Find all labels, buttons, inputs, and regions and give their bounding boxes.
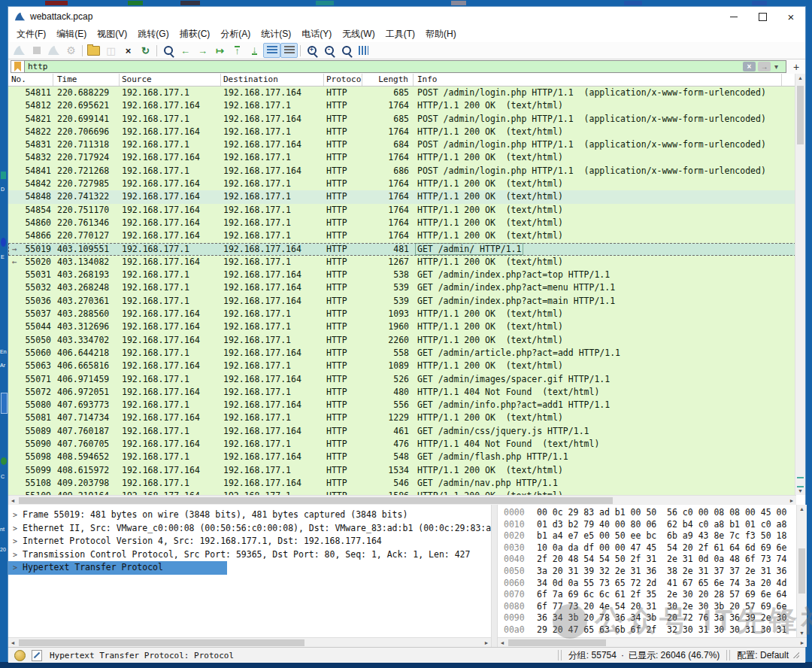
detail-line[interactable]: >Frame 55019: 481 bytes on wire (3848 bi… — [8, 509, 491, 522]
packet-row-54860[interactable]: 54860220.761346192.168.177.164192.168.17… — [8, 217, 796, 229]
hex-row[interactable]: 00706f 7a 69 6c 6c 61 2f 35 2e 30 20 28 … — [504, 589, 796, 601]
hex-row[interactable]: 009036 34 3b 20 78 36 34 3b 20 72 76 3a … — [504, 612, 796, 624]
hex-row[interactable]: 003010 0a da df 00 00 47 45 54 20 2f 61 … — [504, 542, 796, 554]
hex-bytes[interactable]: 01 d3 b2 79 40 00 80 06 62 b4 c0 a8 b1 0… — [537, 519, 786, 530]
hex-row[interactable]: 0020b1 a4 e7 e5 00 50 ee bc 6b a9 43 8e … — [504, 530, 796, 542]
expert-info-icon[interactable] — [14, 650, 26, 661]
filter-clear-button[interactable]: × — [743, 62, 756, 71]
hex-horizontal-scrollbar[interactable]: ◄ ► — [498, 637, 807, 647]
menu-item[interactable]: 视图(V) — [92, 26, 132, 42]
packet-row-55090[interactable]: 55090407.760705192.168.177.164192.168.17… — [8, 438, 796, 451]
packet-row-54822[interactable]: 54822220.706696192.168.177.164192.168.17… — [8, 126, 796, 138]
menu-item[interactable]: 捕获(C) — [174, 26, 216, 42]
packet-row-54812[interactable]: 54812220.695621192.168.177.164192.168.17… — [8, 99, 796, 112]
resize-columns-button[interactable] — [355, 43, 372, 58]
expand-arrow-icon[interactable]: > — [13, 511, 17, 519]
filter-apply-button[interactable]: → — [758, 62, 771, 71]
detail-line[interactable]: >Internet Protocol Version 4, Src: 192.1… — [8, 535, 491, 548]
hex-bytes[interactable]: 6f 77 73 20 4e 54 20 31 30 2e 30 3b 20 5… — [537, 601, 786, 612]
hex-row[interactable]: 00503a 20 31 39 32 2e 31 36 38 2e 31 37 … — [504, 566, 796, 578]
packet-row-55060[interactable]: 55060406.644218192.168.177.1192.168.177.… — [8, 347, 796, 360]
close-button[interactable]: × — [777, 7, 805, 26]
capture-options-button[interactable]: ⚙ — [62, 43, 80, 58]
zoom-in-button[interactable]: + — [303, 43, 320, 58]
menu-item[interactable]: 工具(T) — [380, 26, 420, 42]
packet-row-55031[interactable]: 55031403.268193192.168.177.1192.168.177.… — [8, 269, 796, 281]
menu-item[interactable]: 跳转(G) — [132, 26, 174, 42]
auto-scroll-button[interactable] — [263, 43, 280, 58]
start-capture-button[interactable] — [11, 43, 28, 58]
pane-divider[interactable] — [491, 505, 498, 647]
colorize-packets-button[interactable] — [280, 43, 298, 58]
packet-list[interactable]: 54811220.688229192.168.177.1192.168.177.… — [8, 87, 796, 495]
hex-bytes[interactable]: b1 a4 e7 e5 00 50 ee bc 6b a9 43 8e 7c f… — [537, 530, 786, 541]
expand-arrow-icon[interactable]: > — [13, 551, 17, 559]
packet-row-55080[interactable]: 55080407.693773192.168.177.1192.168.177.… — [8, 399, 796, 411]
packet-row-55071[interactable]: 55071406.971459192.168.177.1192.168.177.… — [8, 373, 796, 386]
hex-row[interactable]: 001001 d3 b2 79 40 00 80 06 62 b4 c0 a8 … — [504, 519, 796, 531]
packet-row-55036[interactable]: 55036403.270361192.168.177.1192.168.177.… — [8, 295, 796, 308]
hex-row[interactable]: 00402f 20 48 54 54 50 2f 31 2e 31 0d 0a … — [504, 554, 796, 566]
details-horizontal-scrollbar[interactable]: ◄ ► — [8, 637, 491, 647]
go-first-packet-button[interactable]: ↑ — [229, 43, 246, 58]
column-header-source[interactable]: Source — [120, 74, 221, 86]
packet-row-55099[interactable]: 55099408.615972192.168.177.164192.168.17… — [8, 464, 796, 477]
packet-row-55089[interactable]: 55089407.760187192.168.177.1192.168.177.… — [8, 425, 796, 438]
expand-arrow-icon[interactable]: > — [13, 537, 17, 545]
go-last-packet-button[interactable]: ↓ — [246, 43, 263, 58]
stop-capture-button[interactable] — [28, 43, 45, 58]
packet-list-vertical-scrollbar[interactable]: ▲ ▼ — [795, 74, 805, 495]
packet-row-55063[interactable]: 55063406.665816192.168.177.164192.168.17… — [8, 360, 796, 372]
reload-file-button[interactable]: ↻ — [137, 43, 154, 58]
expand-arrow-icon[interactable]: > — [13, 563, 17, 572]
hex-dump-pane[interactable]: 000000 0c 29 83 ad b1 00 50 56 c0 00 08 … — [498, 505, 796, 637]
hex-bytes[interactable]: 6f 7a 69 6c 6c 61 2f 35 2e 30 20 28 57 6… — [537, 589, 786, 600]
packet-row-55109[interactable]: 55109409.219164192.168.177.164192.168.17… — [8, 490, 796, 495]
minimize-button[interactable] — [720, 7, 748, 26]
menu-item[interactable]: 电话(Y) — [296, 26, 337, 42]
detail-line[interactable]: >Transmission Control Protocol, Src Port… — [8, 548, 491, 562]
title-bar[interactable]: webattack.pcap × — [8, 7, 805, 26]
zoom-reset-button[interactable] — [338, 43, 355, 58]
menu-item[interactable]: 统计(S) — [256, 26, 296, 42]
hex-row[interactable]: 006034 0d 0a 55 73 65 72 2d 41 67 65 6e … — [504, 578, 796, 590]
hex-vertical-scrollbar[interactable]: ▲ ▼ — [796, 505, 807, 637]
filter-bookmark-button[interactable] — [11, 60, 24, 73]
packet-row-55072[interactable]: 55072406.972051192.168.177.164192.168.17… — [8, 386, 796, 399]
hex-row[interactable]: 00806f 77 73 20 4e 54 20 31 30 2e 30 3b … — [504, 601, 796, 613]
packet-row-55020[interactable]: ←55020403.134082192.168.177.164192.168.1… — [8, 256, 796, 269]
packet-row-55098[interactable]: 55098408.594652192.168.177.1192.168.177.… — [8, 451, 796, 463]
packet-row-55037[interactable]: 55037403.288560192.168.177.164192.168.17… — [8, 308, 796, 320]
menu-item[interactable]: 文件(F) — [11, 26, 51, 42]
packet-row-54831[interactable]: 54831220.711318192.168.177.1192.168.177.… — [8, 138, 796, 151]
hex-bytes[interactable]: 3a 20 31 39 32 2e 31 36 38 2e 31 37 37 2… — [537, 566, 786, 576]
hex-bytes[interactable]: 10 0a da df 00 00 47 45 54 20 2f 61 64 6… — [537, 542, 786, 553]
packet-row-54832[interactable]: 54832220.717924192.168.177.164192.168.17… — [8, 151, 796, 164]
packet-row-54842[interactable]: 54842220.727985192.168.177.164192.168.17… — [8, 178, 796, 190]
column-header-length[interactable]: Length — [362, 74, 414, 86]
packet-row-54841[interactable]: 54841220.721268192.168.177.1192.168.177.… — [8, 165, 796, 178]
column-header-time[interactable]: Time — [53, 74, 120, 86]
maximize-button[interactable] — [748, 7, 777, 26]
column-header-info[interactable]: Info — [414, 74, 782, 86]
restart-capture-button[interactable] — [45, 43, 62, 58]
hex-bytes[interactable]: 29 20 47 65 63 6b 6f 2f 32 30 31 30 30 3… — [537, 624, 786, 635]
hex-row[interactable]: 00a029 20 47 65 63 6b 6f 2f 32 30 31 30 … — [504, 624, 796, 636]
hex-bytes[interactable]: 00 0c 29 83 ad b1 00 50 56 c0 00 08 08 0… — [537, 507, 786, 518]
packet-row-55032[interactable]: 55032403.268248192.168.177.1192.168.177.… — [8, 281, 796, 294]
go-forward-button[interactable]: → — [194, 43, 211, 58]
close-file-button[interactable]: × — [120, 43, 137, 58]
packet-row-54811[interactable]: 54811220.688229192.168.177.1192.168.177.… — [8, 87, 796, 99]
hex-row[interactable]: 000000 0c 29 83 ad b1 00 50 56 c0 00 08 … — [504, 507, 796, 519]
packet-row-55108[interactable]: 55108409.203798192.168.177.1192.168.177.… — [8, 477, 796, 490]
hex-bytes[interactable]: 34 0d 0a 55 73 65 72 2d 41 67 65 6e 74 3… — [537, 578, 786, 588]
packet-details-pane[interactable]: >Frame 55019: 481 bytes on wire (3848 bi… — [8, 505, 491, 637]
column-header-destination[interactable]: Destination — [221, 74, 324, 86]
go-to-packet-button[interactable]: ↦ — [211, 43, 229, 58]
packet-row-55050[interactable]: 55050403.334702192.168.177.164192.168.17… — [8, 334, 796, 347]
save-file-button[interactable]: ◫ — [102, 43, 120, 58]
hex-bytes[interactable]: 2f 20 48 54 54 50 2f 31 2e 31 0d 0a 48 6… — [537, 554, 786, 564]
packet-row-55081[interactable]: 55081407.714734192.168.177.164192.168.17… — [8, 411, 796, 424]
column-header-no[interactable]: No. — [8, 74, 53, 86]
detail-line[interactable]: >Hypertext Transfer Protocol — [8, 561, 227, 575]
